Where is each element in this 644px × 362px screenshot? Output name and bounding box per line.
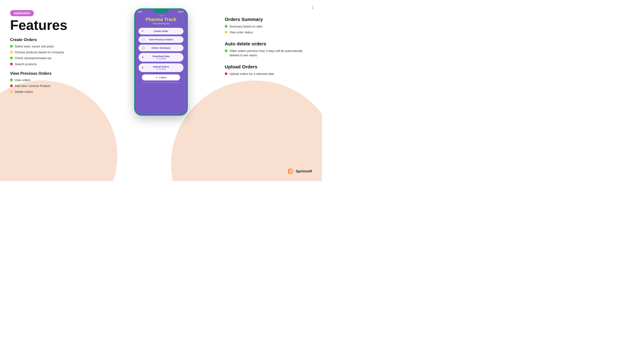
- logout-label: Logout: [159, 76, 166, 79]
- orders-summary-icon: 📋: [142, 46, 145, 49]
- orders-summary-label: Orders Summary: [152, 46, 170, 49]
- battery-icon: 🔋: [182, 11, 184, 12]
- upload-orders-label: Upload Orders: [153, 65, 169, 68]
- list-item-text: Upload orders for a selected date: [230, 72, 274, 76]
- phone-time: 0:00: [138, 11, 142, 13]
- download-data-label: Download Data: [152, 55, 170, 58]
- list-item: View orders: [10, 78, 87, 82]
- phone-notch: [154, 9, 168, 13]
- sprinsoft-name: Sprinsoft: [296, 169, 312, 173]
- view-orders-icon: 🕐: [142, 38, 145, 41]
- view-previous-orders-button[interactable]: 🕐 View Previous Orders: [138, 36, 184, 43]
- dot-green-icon: [10, 45, 13, 48]
- auto-delete-list: Older orders previous than 3 days will b…: [225, 49, 312, 57]
- phone-outer-frame: 0:00 📶 ▐ 🔋 v 2.4.2 Pharma Track Order Bo…: [134, 8, 188, 116]
- upload-icon: ⬆: [142, 66, 144, 69]
- list-item-text: Delete orders: [15, 90, 33, 94]
- list-item: Summary based on date: [225, 24, 312, 29]
- phone-content: v 2.4.2 Pharma Track Order Booking App ✏…: [135, 13, 187, 87]
- list-item: Choose products based on company: [10, 50, 87, 54]
- orders-summary-section: Orders Summary Summary based on date Vie…: [225, 17, 312, 34]
- create-orders-section: Create Orders Select town, sector and pa…: [10, 37, 87, 66]
- list-item-text: Add new / remove Product: [15, 84, 50, 88]
- list-item: Select town, sector and party: [10, 44, 87, 49]
- main-title: Features: [10, 18, 87, 32]
- list-item: Search products: [10, 62, 87, 66]
- list-item-text: Search products: [15, 62, 37, 66]
- signal-icon: ▐: [180, 11, 182, 12]
- dot-yellow-icon: [10, 51, 13, 53]
- download-data-button[interactable]: ⬇ Download Data 27 Jul 2024: [138, 53, 184, 62]
- dot-green-icon: [10, 79, 13, 81]
- phone-screen: 0:00 📶 ▐ 🔋 v 2.4.2 Pharma Track Order Bo…: [135, 9, 187, 115]
- upload-orders-content: Upload Orders 27 Jul 2024: [153, 65, 169, 70]
- dot-red-icon: [225, 72, 228, 75]
- list-item: Check stock/price/sales-tax: [10, 56, 87, 60]
- sprinsoft-icon: [288, 168, 294, 174]
- view-previous-orders-section: View Previous Orders View orders Add new…: [10, 71, 87, 94]
- wifi-icon: 📶: [178, 11, 180, 12]
- create-order-button[interactable]: ✏ Create Order: [138, 28, 184, 34]
- app-name-part1: Pharma: [146, 17, 163, 22]
- create-order-icon: ✏: [142, 29, 144, 33]
- upload-orders-button[interactable]: ⬆ Upload Orders 27 Jul 2024: [138, 63, 184, 72]
- upload-orders-date: 27 Jul 2024: [156, 68, 166, 70]
- svg-point-0: [290, 171, 291, 172]
- download-icon: ⬇: [142, 56, 144, 59]
- dot-red-icon: [10, 84, 13, 87]
- dot-yellow-icon: [225, 31, 228, 33]
- list-item: Delete orders: [10, 90, 87, 94]
- create-orders-list: Select town, sector and party Choose pro…: [10, 44, 87, 66]
- page-number: 1: [311, 5, 314, 10]
- list-item-text: Choose products based on company: [15, 50, 64, 54]
- app-name-part2: Track: [164, 17, 176, 22]
- view-previous-orders-title: View Previous Orders: [10, 71, 87, 76]
- logout-icon: ↪: [156, 76, 158, 79]
- view-previous-orders-list: View orders Add new / remove Product Del…: [10, 78, 87, 94]
- dot-red-icon: [10, 63, 13, 65]
- upload-orders-title: Upload Orders: [225, 64, 312, 69]
- app-badge: Application: [10, 10, 34, 16]
- list-item-text: Summary based on date: [230, 24, 262, 29]
- right-panel: Orders Summary Summary based on date Vie…: [225, 17, 312, 83]
- phone-mockup: 0:00 📶 ▐ 🔋 v 2.4.2 Pharma Track Order Bo…: [134, 8, 188, 116]
- download-data-content: Download Data 27 Jul 2024: [152, 55, 170, 60]
- orders-summary-button[interactable]: 📋 Orders Summary: [138, 44, 184, 51]
- logout-button[interactable]: ↪ Logout: [142, 74, 180, 80]
- list-item-text: Older orders previous than 3 days will b…: [230, 49, 312, 57]
- list-item-text: Select town, sector and party: [15, 44, 54, 49]
- create-orders-title: Create Orders: [10, 37, 87, 42]
- create-order-label: Create Order: [154, 30, 168, 32]
- list-item: View order status: [225, 30, 312, 34]
- dot-green-icon: [225, 49, 228, 52]
- sprinsoft-logo: Sprinsoft: [288, 168, 312, 174]
- dot-yellow-icon: [10, 90, 13, 93]
- list-item-text: View orders: [15, 78, 31, 82]
- copyright-text: Copyright © 2024 Softsam Technologies® A…: [142, 82, 180, 84]
- upload-orders-section: Upload Orders Upload orders for a select…: [225, 64, 312, 76]
- list-item: Older orders previous than 3 days will b…: [225, 49, 312, 57]
- list-item: Add new / remove Product: [10, 84, 87, 88]
- list-item: Upload orders for a selected date: [225, 72, 312, 76]
- dot-green-icon: [10, 57, 13, 59]
- app-name: Pharma Track: [146, 17, 176, 22]
- auto-delete-section: Auto delete orders Older orders previous…: [225, 41, 312, 57]
- list-item-text: View order status: [230, 30, 253, 34]
- app-subtitle: Order Booking App: [152, 22, 170, 25]
- list-item-text: Check stock/price/sales-tax: [15, 56, 52, 60]
- left-panel: Application Features Create Orders Selec…: [10, 10, 87, 99]
- download-data-date: 27 Jul 2024: [156, 58, 166, 60]
- orders-summary-list: Summary based on date View order status: [225, 24, 312, 34]
- app-version: v 2.4.2: [158, 15, 164, 16]
- status-icons: 📶 ▐ 🔋: [178, 11, 184, 12]
- bg-decoration-2: [171, 80, 322, 181]
- view-previous-orders-label: View Previous Orders: [149, 38, 173, 41]
- orders-summary-title: Orders Summary: [225, 17, 312, 22]
- upload-orders-list: Upload orders for a selected date: [225, 72, 312, 76]
- dot-green-icon: [225, 25, 228, 28]
- auto-delete-title: Auto delete orders: [225, 41, 312, 46]
